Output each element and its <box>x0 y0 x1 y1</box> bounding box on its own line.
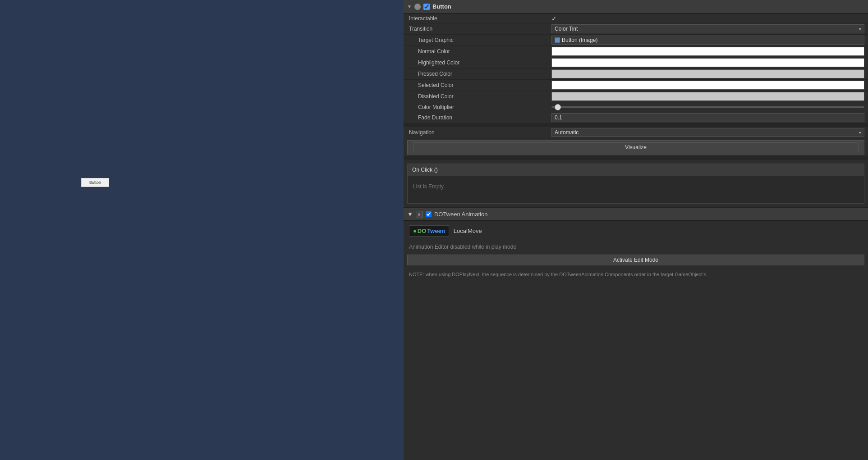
color-multiplier-slider-thumb[interactable] <box>555 104 561 110</box>
disabled-color-swatch[interactable] <box>551 92 864 101</box>
disabled-color-label: Disabled Color <box>407 93 551 100</box>
activate-btn-container: Activate Edit Mode <box>407 255 864 265</box>
button-component-header: ▼ Button <box>404 0 868 14</box>
visualize-container: Visualize <box>407 140 864 155</box>
highlighted-color-row: Highlighted Color <box>404 57 868 68</box>
highlighted-color-swatch[interactable] <box>551 58 864 67</box>
dotween-do-text: DO <box>418 228 427 234</box>
transition-dropdown[interactable]: Color Tint <box>551 24 864 33</box>
transition-dropdown-text: Color Tint <box>555 26 578 32</box>
section-gap-2 <box>404 156 868 160</box>
navigation-dropdown[interactable]: Automatic <box>551 128 864 137</box>
interactable-label: Interactable <box>407 15 551 22</box>
target-graphic-text: Button (Image) <box>562 37 597 43</box>
pressed-color-row: Pressed Color <box>404 68 868 80</box>
collapse-arrow-icon[interactable]: ▼ <box>407 4 412 9</box>
button-component-name: Button <box>432 3 451 10</box>
interactable-checkmark: ✓ <box>551 15 557 22</box>
pressed-color-label: Pressed Color <box>407 71 551 77</box>
fade-duration-label: Fade Duration <box>407 114 551 121</box>
target-graphic-row: Target Graphic Button (Image) <box>404 35 868 46</box>
normal-color-row: Normal Color <box>404 46 868 57</box>
onclick-section: On Click () List is Empty <box>407 164 864 204</box>
inspector-panel: ▼ Button Interactable ✓ Transition Color… <box>404 0 868 460</box>
navigation-row: Navigation Automatic <box>404 127 868 138</box>
target-graphic-icon <box>555 37 560 43</box>
target-graphic-field[interactable]: Button (Image) <box>551 36 864 45</box>
target-graphic-value: Button (Image) <box>551 36 864 45</box>
normal-color-swatch[interactable] <box>551 47 864 56</box>
color-multiplier-slider-container <box>551 106 864 108</box>
highlighted-color-value <box>551 58 864 67</box>
color-multiplier-row: Color Multiplier <box>404 102 868 112</box>
selected-color-value <box>551 81 864 90</box>
dotween-local-move-label: LocalMove <box>454 228 482 234</box>
button-preview-label: Button <box>89 180 101 185</box>
fade-duration-value: 0.1 <box>551 113 864 122</box>
section-gap-1 <box>404 123 868 127</box>
dotween-component-name: DOTween Animation <box>434 211 488 218</box>
transition-value[interactable]: Color Tint <box>551 24 864 33</box>
dotween-collapse-arrow-icon[interactable]: ▼ <box>407 211 413 218</box>
scene-view: Button <box>0 0 404 460</box>
dotween-logo-row: ● DO Tween LocalMove <box>404 221 868 241</box>
button-preview: Button <box>81 178 109 187</box>
dotween-enabled-checkbox[interactable] <box>426 211 432 217</box>
target-graphic-label: Target Graphic <box>407 37 551 43</box>
pressed-color-swatch[interactable] <box>551 69 864 78</box>
selected-color-row: Selected Color <box>404 80 868 91</box>
pressed-color-value <box>551 69 864 78</box>
interactable-row: Interactable ✓ <box>404 14 868 23</box>
color-multiplier-value <box>551 106 864 108</box>
note-text: NOTE: when using DOPlayNext, the sequenc… <box>404 267 868 282</box>
disabled-color-value <box>551 92 864 101</box>
activate-edit-mode-button[interactable]: Activate Edit Mode <box>407 255 864 265</box>
navigation-dropdown-text: Automatic <box>555 129 579 136</box>
component-radio-icon <box>414 4 421 10</box>
transition-label: Transition <box>407 26 551 32</box>
color-multiplier-slider-track <box>551 106 864 108</box>
anim-disabled-text: Animation Editor disabled while in play … <box>404 241 868 253</box>
selected-color-swatch[interactable] <box>551 81 864 90</box>
highlighted-color-label: Highlighted Color <box>407 59 551 66</box>
navigation-value[interactable]: Automatic <box>551 128 864 137</box>
fade-duration-row: Fade Duration 0.1 <box>404 112 868 123</box>
selected-color-label: Selected Color <box>407 82 551 88</box>
onclick-header: On Click () <box>408 164 864 176</box>
navigation-label: Navigation <box>407 129 551 136</box>
interactable-value: ✓ <box>551 15 864 22</box>
fade-duration-input[interactable]: 0.1 <box>551 113 864 122</box>
dotween-component-header: ▼ # DOTween Animation <box>404 207 868 221</box>
disabled-color-row: Disabled Color <box>404 91 868 102</box>
dotween-tween-text: Tween <box>427 228 445 234</box>
onclick-empty: List is Empty <box>408 176 864 203</box>
dotween-component-icon: # <box>416 211 423 218</box>
visualize-button[interactable]: Visualize <box>413 142 859 152</box>
normal-color-value <box>551 47 864 56</box>
button-enabled-checkbox[interactable] <box>423 4 430 10</box>
dotween-dot-icon: ● <box>413 228 417 234</box>
color-multiplier-label: Color Multiplier <box>407 104 551 110</box>
normal-color-label: Normal Color <box>407 48 551 55</box>
dotween-logo: ● DO Tween <box>409 225 449 237</box>
transition-row: Transition Color Tint <box>404 23 868 35</box>
